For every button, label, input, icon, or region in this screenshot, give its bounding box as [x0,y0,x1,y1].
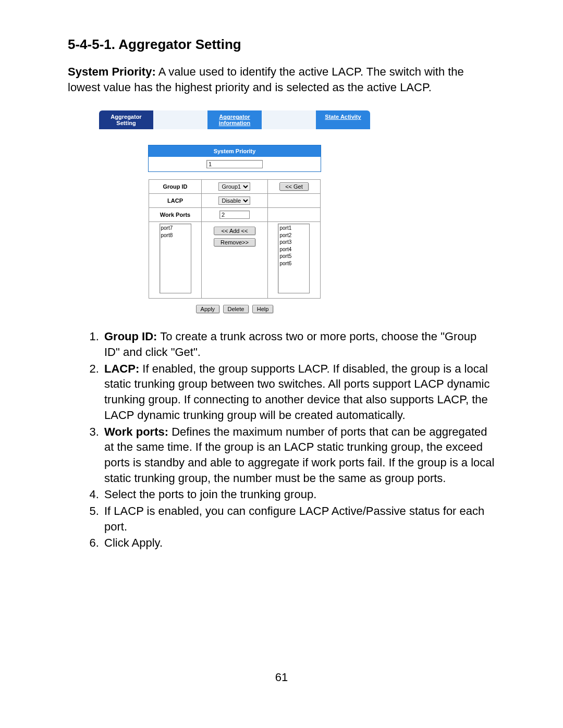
apply-button[interactable]: Apply [196,305,220,313]
get-button[interactable]: << Get [279,182,309,191]
group-id-label: Group ID [149,180,202,194]
list-item[interactable]: port2 [279,232,308,239]
item-text: Select the ports to join the trunking gr… [104,488,316,501]
list-item[interactable]: port1 [279,225,308,232]
item-label: LACP: [104,362,139,375]
list-item[interactable]: port4 [279,246,308,253]
system-priority-header: System Priority [149,145,321,157]
available-ports-list[interactable]: port1 port2 port3 port4 port5 port6 [278,224,310,293]
help-button[interactable]: Help [252,305,274,313]
item-label: Work ports: [104,425,168,438]
config-screenshot: Aggregator Setting Aggregator informatio… [99,110,370,313]
list-item: Select the ports to join the trunking gr… [102,487,495,502]
action-buttons: Apply Delete Help [99,304,370,313]
page-number: 61 [68,671,495,684]
intro-label: System Priority: [68,65,156,78]
tab-bar: Aggregator Setting Aggregator informatio… [99,110,370,129]
list-item[interactable]: port6 [279,260,308,267]
system-priority-input[interactable] [206,160,263,168]
selected-ports-list[interactable]: port7 port8 [160,224,191,293]
list-item: If LACP is enabled, you can configure LA… [102,503,495,534]
item-label: Group ID: [104,330,157,343]
lacp-label: LACP [149,194,202,208]
item-text: To create a trunk across two or more por… [104,330,476,359]
item-text: If enabled, the group supports LACP. If … [104,362,489,422]
list-item[interactable]: port8 [161,232,190,239]
list-item: Group ID: To create a trunk across two o… [102,329,495,360]
tab-gap [262,110,316,129]
list-item[interactable]: port5 [279,253,308,260]
remove-button[interactable]: Remove>> [214,238,255,246]
tab-gap [153,110,207,129]
item-text: Click Apply. [104,536,163,549]
description-list: Group ID: To create a trunk across two o… [68,329,495,551]
config-table: Group ID Group1 << Get LACP Disable [149,179,321,299]
list-item: Work ports: Defines the maximum number o… [102,424,495,486]
intro-paragraph: System Priority: A value used to identif… [68,64,495,95]
section-heading: 5-4-5-1. Aggregator Setting [68,36,495,53]
list-item[interactable]: port7 [161,225,190,232]
system-priority-block: System Priority [148,145,321,172]
list-item[interactable]: port3 [279,239,308,246]
tab-aggregator-setting[interactable]: Aggregator Setting [99,110,153,129]
tab-state-activity[interactable]: State Activity [316,110,370,129]
work-ports-input[interactable] [219,211,250,219]
list-item: LACP: If enabled, the group supports LAC… [102,361,495,423]
item-text: If LACP is enabled, you can configure LA… [104,504,484,533]
group-id-select[interactable]: Group1 [218,182,250,191]
add-button[interactable]: << Add << [214,227,255,235]
delete-button[interactable]: Delete [223,305,249,313]
work-ports-label: Work Ports [149,208,202,222]
list-item: Click Apply. [102,535,495,551]
lacp-select[interactable]: Disable [218,196,250,205]
tab-aggregator-information[interactable]: Aggregator information [207,110,262,129]
